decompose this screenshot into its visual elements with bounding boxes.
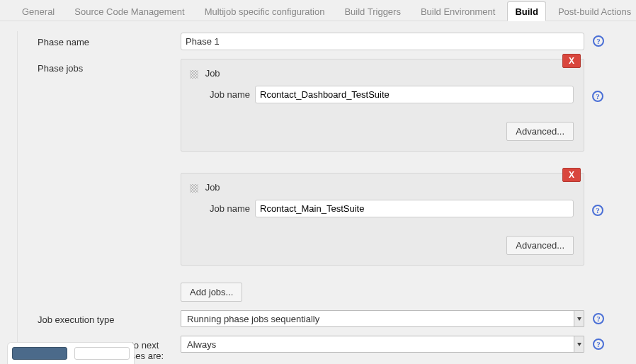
delete-job-button[interactable]: X: [562, 54, 581, 68]
job-exec-type-label: Job execution type: [38, 310, 181, 325]
help-icon[interactable]: ?: [593, 313, 604, 324]
save-button[interactable]: [12, 347, 67, 360]
job-header-label: Job: [205, 182, 220, 193]
chevron-down-icon: [574, 336, 584, 352]
job-header: Job: [188, 179, 577, 200]
tab-build-triggers[interactable]: Build Triggers: [336, 1, 408, 21]
advanced-button[interactable]: Advanced...: [506, 236, 574, 255]
job-header: Job: [188, 65, 577, 86]
job-exec-type-select[interactable]: Running phase jobs sequentially: [181, 310, 584, 327]
tab-post-build[interactable]: Post-build Actions: [550, 1, 636, 21]
config-tabs: General Source Code Management Multijob …: [0, 0, 636, 21]
job-name-label: Job name: [210, 203, 255, 214]
multijob-phase-panel: Phase name ? Phase jobs X Job: [17, 31, 619, 361]
job-exec-type-value: Running phase jobs sequentially: [181, 312, 574, 326]
continuation-select[interactable]: Always: [181, 336, 584, 353]
tab-general[interactable]: General: [14, 1, 62, 21]
job-block: X Job Job name ? Advanced...: [181, 59, 584, 152]
apply-button[interactable]: [74, 347, 130, 360]
help-icon[interactable]: ?: [593, 35, 604, 47]
drag-handle-icon[interactable]: [190, 70, 198, 79]
delete-job-button[interactable]: X: [562, 168, 581, 182]
add-jobs-button[interactable]: Add jobs...: [181, 283, 242, 302]
tab-build-environment[interactable]: Build Environment: [413, 1, 504, 21]
job-header-label: Job: [205, 68, 220, 79]
build-section: Phase name ? Phase jobs X Job: [0, 21, 636, 361]
phase-name-label: Phase name: [38, 33, 181, 47]
job-name-input[interactable]: [255, 86, 574, 103]
tab-scm[interactable]: Source Code Management: [67, 1, 192, 21]
job-name-input[interactable]: [255, 200, 574, 217]
job-block: X Job Job name ? Advanced...: [181, 173, 584, 266]
help-icon[interactable]: ?: [593, 339, 604, 350]
phase-name-input[interactable]: [181, 33, 584, 50]
job-name-label: Job name: [210, 89, 255, 100]
help-icon[interactable]: ?: [592, 91, 603, 102]
phase-jobs-list: X Job Job name ? Advanced...: [181, 59, 584, 302]
tab-multijob[interactable]: Multijob specific configuration: [197, 1, 333, 21]
footer-buttons: [7, 342, 135, 364]
advanced-button[interactable]: Advanced...: [506, 122, 574, 141]
drag-handle-icon[interactable]: [190, 184, 198, 193]
phase-jobs-label: Phase jobs: [38, 59, 181, 74]
chevron-down-icon: [574, 311, 584, 326]
help-icon[interactable]: ?: [592, 205, 603, 216]
tab-build[interactable]: Build: [507, 1, 546, 21]
continuation-value: Always: [181, 337, 574, 352]
